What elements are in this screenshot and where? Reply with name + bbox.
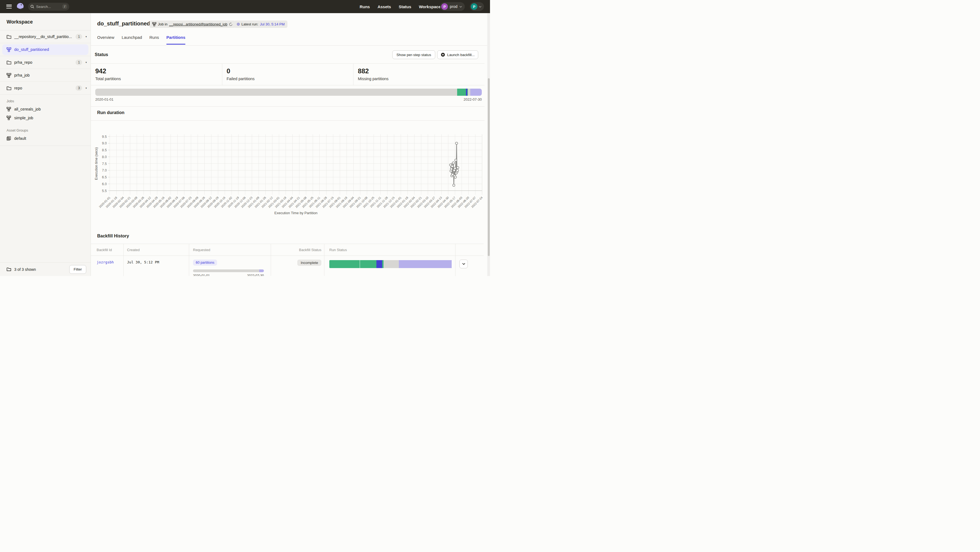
menu-icon[interactable] — [6, 5, 12, 8]
repo-list: __repository__do_stuff_partitio...1▾do_s… — [0, 30, 91, 95]
nav-runs[interactable]: Runs — [360, 5, 370, 9]
sidebar-item-label: repo — [14, 86, 76, 90]
sidebar-asset-group-default[interactable]: default — [0, 134, 91, 143]
repo-count-badge: 1 — [76, 34, 82, 40]
folder-icon — [6, 267, 11, 271]
svg-text:6.5: 6.5 — [102, 175, 107, 179]
bar-segment-white — [329, 260, 360, 268]
asset-group-list: default — [0, 134, 91, 143]
job-origin-link[interactable]: __reposi...artitioned@partitioned_job — [169, 22, 228, 26]
col-backfill-status: Backfill Status — [271, 244, 325, 255]
svg-text:6.0: 6.0 — [102, 182, 107, 186]
col-run-status: Run Status — [325, 244, 455, 255]
chevron-down-icon — [462, 263, 465, 265]
latest-run-link[interactable]: Jul 30, 5:14 PM — [260, 22, 285, 26]
scrollbar-thumb[interactable] — [488, 78, 490, 256]
sidebar-item-label: do_stuff_partitioned — [14, 47, 88, 52]
bar-segment-green — [457, 89, 466, 96]
chevron-down-icon — [479, 6, 482, 8]
caret-down-icon[interactable]: ▾ — [86, 61, 87, 64]
nav-workspace[interactable]: Workspace — [419, 5, 441, 9]
bar-segment-gray — [193, 270, 259, 272]
sidebar-item-do_stuff_partitioned[interactable]: do_stuff_partitioned — [0, 43, 91, 56]
partition-range-start: 2020-01-01 — [95, 97, 114, 102]
expand-row-button[interactable] — [459, 260, 468, 268]
tab-overview[interactable]: Overview — [97, 35, 115, 44]
sidebar-item-label: prha_repo — [14, 60, 76, 65]
sidebar-item-prha_repo[interactable]: prha_repo1▾ — [0, 56, 91, 69]
nav-status[interactable]: Status — [399, 5, 411, 9]
partition-status-bar[interactable] — [95, 89, 482, 96]
sidebar-footer: 3 of 3 shown Filter — [0, 262, 91, 276]
backfill-status-badge: Incomplete — [297, 260, 321, 266]
tab-partitions[interactable]: Partitions — [166, 35, 185, 44]
user-avatar: P — [471, 3, 477, 10]
sidebar-item-repo[interactable]: repo3▾ — [0, 82, 91, 95]
tab-launchpad[interactable]: Launchpad — [122, 35, 142, 44]
requested-partitions-badge[interactable]: 60 partitions — [193, 260, 217, 266]
main-content: do_stuff_partitioned Job in __reposi...a… — [91, 13, 487, 276]
job-icon — [6, 73, 11, 78]
search-placeholder: Search... — [36, 5, 62, 9]
shown-count: 3 of 3 shown — [14, 267, 69, 271]
search-icon — [30, 5, 34, 8]
top-nav: Runs Assets Status Workspace — [360, 0, 441, 13]
refresh-icon[interactable] — [229, 22, 233, 26]
latest-run-label: Latest run: — [242, 22, 258, 26]
caret-down-icon[interactable]: ▾ — [86, 87, 87, 89]
repo-count-badge: 1 — [76, 60, 82, 65]
show-per-step-status-button[interactable]: Show per-step status — [392, 50, 435, 59]
table-row: jozrgsbh Jul 30, 5:12 PM 60 partitions 2… — [91, 256, 484, 276]
sidebar-item-label: __repository__do_stuff_partitio... — [14, 35, 76, 39]
svg-text:5.5: 5.5 — [102, 189, 107, 193]
backfill-history-table: Backfill Id Created Requested Backfill S… — [91, 244, 484, 276]
svg-text:8.5: 8.5 — [102, 148, 107, 152]
job-list: all_cereals_jobsimple_job — [0, 105, 91, 122]
col-backfill-id: Backfill Id — [91, 244, 124, 255]
sidebar-item-label: prha_job — [14, 73, 87, 78]
svg-text:9.0: 9.0 — [102, 141, 107, 145]
col-created: Created — [124, 244, 189, 255]
bar-segment-gray — [95, 89, 457, 96]
plus-circle-icon — [441, 52, 445, 57]
dagster-logo-icon[interactable] — [16, 2, 24, 11]
partition-stats: 942 Total partitions 0 Failed partitions… — [91, 63, 485, 85]
folder-icon — [6, 86, 11, 90]
chevron-down-icon — [459, 6, 462, 8]
job-label: all_cereals_job — [14, 107, 41, 111]
caret-down-icon[interactable]: ▾ — [86, 35, 87, 38]
svg-text:Execution time (secs): Execution time (secs) — [94, 147, 98, 180]
folder-icon — [6, 60, 11, 65]
page-scrollbar[interactable] — [487, 13, 490, 276]
nav-assets[interactable]: Assets — [377, 5, 391, 9]
filter-button[interactable]: Filter — [69, 265, 86, 274]
workspace-sidebar: Workspace __repository__do_stuff_partiti… — [0, 13, 91, 276]
user-menu[interactable]: P — [470, 2, 484, 11]
col-requested: Requested — [189, 244, 271, 255]
run-status-bar[interactable] — [329, 260, 452, 268]
job-icon — [6, 47, 11, 52]
sidebar-item-__repository__do_stuff_p[interactable]: __repository__do_stuff_partitio...1▾ — [0, 30, 91, 43]
backfill-id-link[interactable]: jozrgsbh — [91, 260, 114, 264]
requested-progress-bar — [193, 270, 264, 272]
run-status-dot — [237, 23, 240, 26]
launch-backfill-button[interactable]: Launch backfill... — [437, 50, 478, 59]
svg-text:Execution Time by Partition: Execution Time by Partition — [274, 211, 318, 215]
jobs-section-label: Jobs — [0, 95, 91, 105]
job-label: simple_job — [14, 116, 33, 120]
backfill-history-heading: Backfill History — [97, 233, 129, 238]
tab-runs[interactable]: Runs — [150, 35, 159, 44]
latest-run-badge: Latest run: Jul 30, 5:14 PM — [234, 21, 288, 28]
sidebar-job-all_cereals_job[interactable]: all_cereals_job — [0, 105, 91, 114]
deployment-switcher[interactable]: P prod — [440, 2, 465, 11]
stat-total-partitions: 942 Total partitions — [91, 64, 222, 85]
backfill-created: Jul 30, 5:12 PM — [124, 260, 159, 264]
sidebar-item-prha_job[interactable]: prha_job — [0, 69, 91, 82]
search-input[interactable]: Search... / — [28, 3, 69, 11]
requested-range: 2020-01-01 2022-07-30 — [193, 274, 264, 276]
job-icon — [6, 107, 11, 111]
bar-segment-gray — [383, 260, 399, 268]
sidebar-job-simple_job[interactable]: simple_job — [0, 114, 91, 122]
bar-segment-gray — [468, 89, 471, 96]
top-bar: Search... / Runs Assets Status Workspace… — [0, 0, 490, 13]
